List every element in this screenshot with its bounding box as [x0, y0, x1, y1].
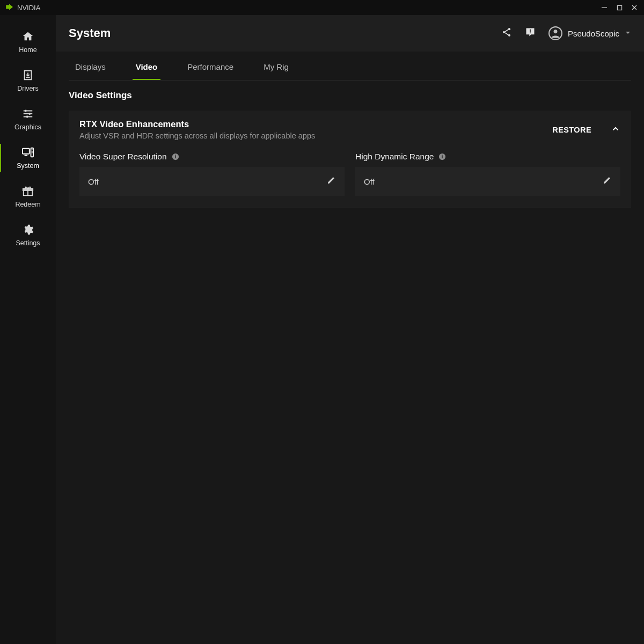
restore-button[interactable]: RESTORE [552, 126, 591, 134]
download-icon [21, 69, 34, 82]
svg-rect-6 [23, 149, 30, 154]
setting-video-super-resolution: Video Super Resolution Off [79, 152, 345, 196]
user-name: PseudoScopic [568, 29, 619, 38]
tab-video[interactable]: Video [133, 54, 161, 80]
home-icon [21, 30, 34, 43]
edit-icon [602, 175, 612, 187]
caret-down-icon [625, 28, 631, 38]
sidebar-item-label: System [17, 162, 39, 170]
chevron-up-icon [611, 126, 620, 135]
svg-rect-0 [602, 8, 607, 8]
setting-field-hdr[interactable]: Off [355, 167, 620, 196]
svg-rect-5 [26, 116, 28, 118]
titlebar: NVIDIA [0, 0, 644, 15]
svg-rect-25 [442, 156, 443, 158]
sidebar-item-label: Settings [16, 239, 40, 247]
panel-title: RTX Video Enhancements [79, 119, 315, 129]
main: System PseudoScopic [56, 15, 644, 644]
setting-value: Off [88, 177, 99, 186]
notifications-button[interactable] [521, 24, 540, 43]
svg-rect-23 [175, 155, 175, 156]
tab-performance[interactable]: Performance [184, 54, 237, 80]
info-icon[interactable] [438, 152, 447, 161]
sidebar-item-settings[interactable]: Settings [0, 216, 56, 254]
collapse-button[interactable] [611, 124, 620, 136]
svg-rect-22 [175, 156, 175, 158]
rtx-video-panel: RTX Video Enhancements Adjust VSR and HD… [69, 111, 631, 208]
setting-high-dynamic-range: High Dynamic Range Off [355, 152, 620, 196]
sidebar-item-graphics[interactable]: Graphics [0, 100, 56, 138]
window-minimize-button[interactable] [597, 1, 612, 14]
share-button[interactable] [497, 24, 516, 43]
setting-field-vsr[interactable]: Off [79, 167, 345, 196]
sliders-icon [21, 107, 34, 120]
svg-rect-11 [32, 152, 33, 153]
info-icon[interactable] [171, 152, 180, 161]
svg-point-20 [554, 30, 558, 33]
setting-label: High Dynamic Range [355, 152, 434, 162]
sidebar-item-system[interactable]: System [0, 138, 56, 177]
svg-rect-26 [442, 155, 443, 156]
nvidia-logo-icon [5, 4, 13, 12]
svg-rect-10 [32, 151, 33, 151]
announcement-icon [525, 27, 536, 40]
avatar-icon [548, 26, 562, 40]
panel-subtitle: Adjust VSR and HDR settings across all d… [79, 131, 315, 140]
window-maximize-button[interactable] [612, 1, 627, 14]
tab-my-rig[interactable]: My Rig [260, 54, 292, 80]
svg-rect-7 [25, 155, 28, 156]
panel-header: RTX Video Enhancements Adjust VSR and HD… [69, 111, 631, 149]
svg-rect-9 [32, 150, 33, 150]
svg-rect-1 [617, 5, 621, 10]
tab-displays[interactable]: Displays [72, 54, 109, 80]
edit-icon [326, 175, 336, 187]
titlebar-left: NVIDIA [5, 4, 40, 12]
page-title: System [69, 26, 111, 40]
sidebar-item-label: Redeem [15, 201, 40, 208]
system-icon [21, 146, 34, 159]
svg-rect-17 [530, 30, 531, 32]
sidebar-item-home[interactable]: Home [0, 23, 56, 61]
svg-rect-18 [530, 32, 531, 33]
sidebar-item-label: Drivers [17, 85, 39, 92]
sidebar-item-redeem[interactable]: Redeem [0, 177, 56, 216]
sidebar-item-label: Home [19, 46, 36, 54]
content: Displays Video Performance My Rig Video … [56, 52, 644, 644]
sidebar-item-drivers[interactable]: Drivers [0, 61, 56, 100]
gear-icon [21, 223, 34, 236]
setting-label: Video Super Resolution [79, 152, 167, 162]
svg-rect-4 [29, 113, 31, 115]
tabs: Displays Video Performance My Rig [69, 52, 631, 80]
sidebar-item-label: Graphics [14, 123, 41, 131]
svg-rect-3 [25, 110, 27, 112]
titlebar-brand: NVIDIA [17, 4, 40, 12]
panel-body: Video Super Resolution Off [69, 149, 631, 208]
window-close-button[interactable] [627, 1, 642, 14]
sidebar: Home Drivers Graphics System Redeem [0, 15, 56, 644]
user-menu[interactable]: PseudoScopic [548, 26, 631, 40]
svg-rect-2 [26, 77, 30, 78]
share-icon [501, 27, 512, 40]
page-header: System PseudoScopic [56, 15, 644, 52]
setting-value: Off [364, 177, 375, 186]
gift-icon [21, 185, 34, 197]
section-title: Video Settings [69, 90, 631, 101]
